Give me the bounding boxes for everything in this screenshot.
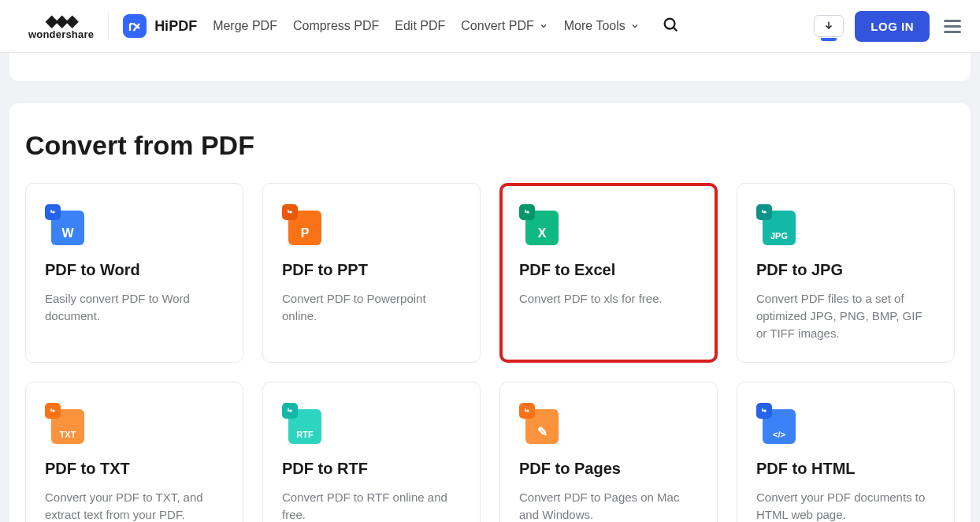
tool-icon: W xyxy=(45,204,84,245)
hipdf-logo-text: HiPDF xyxy=(154,18,197,35)
tool-card-pdf-to-jpg[interactable]: JPGPDF to JPGConvert PDF files to a set … xyxy=(737,183,955,363)
convert-arrow-icon xyxy=(282,204,298,220)
hipdf-logo-icon xyxy=(123,14,147,38)
download-button[interactable] xyxy=(814,15,844,37)
nav-edit-pdf[interactable]: Edit PDF xyxy=(395,19,445,33)
tool-icon: JPG xyxy=(756,204,796,245)
tool-icon: ✎ xyxy=(519,403,559,444)
tool-card-desc: Convert PDF to Pages on Mac and Windows. xyxy=(519,489,698,522)
tool-card-title: PDF to RTF xyxy=(282,460,461,478)
convert-arrow-icon xyxy=(756,204,772,220)
tool-card-title: PDF to JPG xyxy=(756,261,935,279)
main-nav: Merge PDF Compress PDF Edit PDF Convert … xyxy=(213,16,814,36)
tool-card-title: PDF to Excel xyxy=(519,261,698,279)
section-title: Convert from PDF xyxy=(25,130,955,161)
tool-card-pdf-to-excel[interactable]: XPDF to ExcelConvert PDF to xls for free… xyxy=(499,183,718,363)
nav-merge-pdf[interactable]: Merge PDF xyxy=(213,19,277,33)
tool-card-desc: Convert your PDF to TXT, and extract tex… xyxy=(45,489,224,522)
previous-section-bottom xyxy=(9,53,971,81)
wondershare-logo[interactable]: ◆◆◆ wondershare xyxy=(28,13,109,40)
tool-card-desc: Convert PDF files to a set of optimized … xyxy=(756,290,935,341)
nav-convert-pdf-label: Convert PDF xyxy=(461,19,533,33)
tool-card-pdf-to-word[interactable]: WPDF to WordEasily convert PDF to Word d… xyxy=(25,183,243,363)
tool-card-pdf-to-rtf[interactable]: RTFPDF to RTFConvert PDF to RTF online a… xyxy=(262,382,481,522)
search-icon[interactable] xyxy=(662,16,679,36)
menu-icon[interactable] xyxy=(941,13,964,39)
nav-more-tools[interactable]: More Tools xyxy=(564,19,640,33)
cards-grid: WPDF to WordEasily convert PDF to Word d… xyxy=(25,183,955,522)
tool-icon: X xyxy=(519,204,559,245)
convert-arrow-icon xyxy=(519,204,535,220)
chevron-down-icon xyxy=(539,21,548,31)
chevron-down-icon xyxy=(630,21,640,31)
wondershare-logo-icon: ◆◆◆ xyxy=(46,13,76,28)
tool-card-desc: Easily convert PDF to Word document. xyxy=(45,290,224,325)
tool-card-desc: Convert PDF to RTF online and free. xyxy=(282,489,461,522)
header-right: LOG IN xyxy=(814,11,964,42)
tool-icon: RTF xyxy=(282,403,321,444)
nav-more-tools-label: More Tools xyxy=(564,19,625,33)
svg-point-0 xyxy=(664,19,674,29)
page-body: Convert from PDF WPDF to WordEasily conv… xyxy=(0,53,980,522)
tool-card-title: PDF to Pages xyxy=(519,460,698,478)
tool-card-title: PDF to PPT xyxy=(282,261,461,279)
tool-card-pdf-to-txt[interactable]: TXTPDF to TXTConvert your PDF to TXT, an… xyxy=(25,382,243,522)
hipdf-logo[interactable]: HiPDF xyxy=(123,14,197,38)
tool-card-title: PDF to TXT xyxy=(45,460,224,478)
download-icon xyxy=(823,21,834,32)
tool-card-pdf-to-pages[interactable]: ✎PDF to PagesConvert PDF to Pages on Mac… xyxy=(499,382,718,522)
header: ◆◆◆ wondershare HiPDF Merge PDF Compress… xyxy=(0,0,980,53)
convert-arrow-icon xyxy=(45,204,61,220)
tool-card-desc: Convert your PDF documents to HTML web p… xyxy=(756,489,935,522)
convert-arrow-icon xyxy=(519,403,535,419)
convert-arrow-icon xyxy=(756,403,772,419)
tool-card-title: PDF to HTML xyxy=(756,460,935,478)
tool-card-pdf-to-html[interactable]: </>PDF to HTMLConvert your PDF documents… xyxy=(737,382,955,522)
tool-card-pdf-to-ppt[interactable]: PPDF to PPTConvert PDF to Powerpoint onl… xyxy=(262,183,481,363)
tool-icon: TXT xyxy=(45,403,84,444)
login-button[interactable]: LOG IN xyxy=(855,11,930,42)
convert-arrow-icon xyxy=(45,403,61,419)
tool-card-title: PDF to Word xyxy=(45,261,224,279)
wondershare-logo-text: wondershare xyxy=(28,28,94,40)
tool-icon: P xyxy=(282,204,321,245)
nav-convert-pdf[interactable]: Convert PDF xyxy=(461,19,548,33)
convert-arrow-icon xyxy=(282,403,298,419)
tool-card-desc: Convert PDF to Powerpoint online. xyxy=(282,290,461,325)
nav-compress-pdf[interactable]: Compress PDF xyxy=(293,19,379,33)
tool-card-desc: Convert PDF to xls for free. xyxy=(519,290,698,308)
tool-icon: </> xyxy=(756,403,796,444)
svg-line-1 xyxy=(673,28,677,32)
convert-from-pdf-section: Convert from PDF WPDF to WordEasily conv… xyxy=(9,103,971,522)
